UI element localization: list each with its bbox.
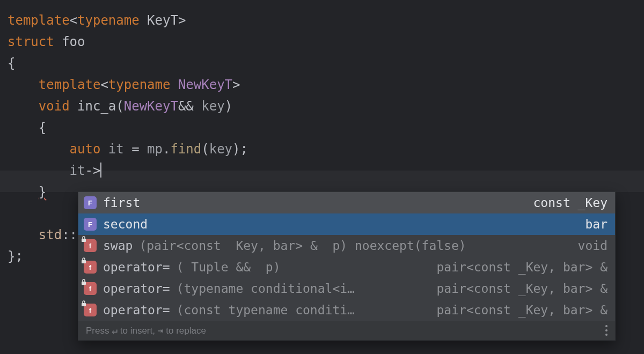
completion-hint-bar: Press ↵ to insert, ⇥ to replace [78, 321, 615, 340]
completion-item-operator-assign-3[interactable]: f operator= (const typename conditi… pai… [78, 299, 615, 321]
completion-item-swap[interactable]: f swap (pair<const _Key, bar> &__p) noex… [78, 235, 615, 256]
lock-icon [80, 257, 87, 264]
lock-icon [80, 279, 87, 285]
hint-text: Press ↵ to insert, ⇥ to replace [86, 324, 206, 336]
svg-rect-3 [82, 303, 86, 306]
completion-item-operator-assign-1[interactable]: f operator= (_Tuple &&__p) pair<const _K… [78, 256, 615, 278]
svg-rect-1 [82, 260, 86, 263]
keyword-template: template [8, 13, 70, 28]
code-line: { [0, 117, 644, 138]
lock-icon [80, 300, 87, 307]
code-line: template<typename KeyT> [0, 10, 644, 31]
completion-item-second[interactable]: F second bar [78, 213, 615, 235]
field-icon: F [84, 196, 97, 209]
field-icon: F [84, 218, 97, 231]
lock-icon [80, 236, 87, 242]
code-line: auto it = mp.find(key); [0, 138, 644, 160]
completion-item-first[interactable]: F first const _Key [78, 192, 615, 213]
svg-rect-0 [82, 239, 86, 242]
code-line: { [0, 53, 644, 74]
more-options-icon[interactable] [605, 325, 608, 336]
svg-rect-2 [82, 282, 86, 285]
tab-key-icon: ⇥ [158, 324, 164, 336]
enter-key-icon: ↵ [112, 324, 118, 336]
completion-item-operator-assign-2[interactable]: f operator= (typename conditional<i… pai… [78, 278, 615, 299]
active-line-highlight [0, 171, 644, 192]
code-line: void inc_a(NewKeyT&& key) [0, 95, 644, 117]
code-line: template<typename NewKeyT> [0, 74, 644, 95]
code-line: struct foo [0, 31, 644, 53]
completion-popup[interactable]: F first const _Key F second bar f swap (… [78, 191, 616, 341]
